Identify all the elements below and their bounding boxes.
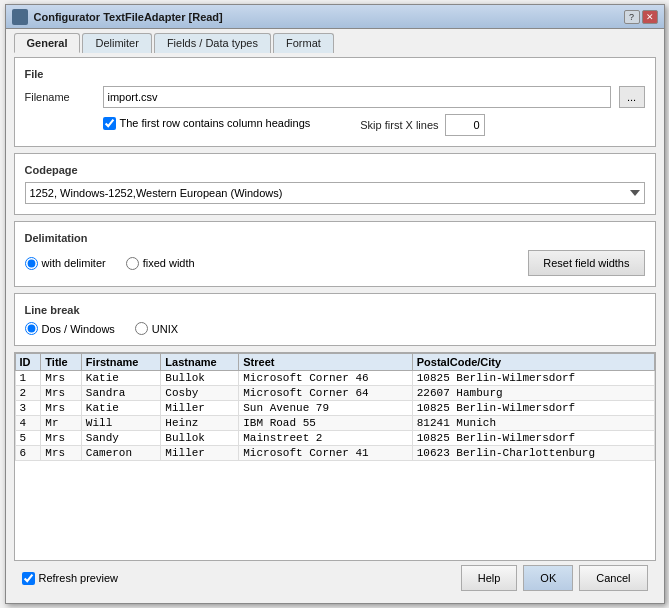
table-cell: Mrs — [41, 386, 82, 401]
tab-fields[interactable]: Fields / Data types — [154, 33, 271, 53]
table-cell: Sandy — [81, 431, 160, 446]
codepage-label: Codepage — [25, 164, 645, 176]
file-label: File — [25, 68, 645, 80]
tab-delimiter[interactable]: Delimiter — [82, 33, 151, 53]
help-button[interactable]: Help — [461, 565, 518, 591]
skip-label: Skip first X lines — [360, 119, 438, 131]
bottom-bar: Refresh preview Help OK Cancel — [14, 561, 656, 595]
main-panel: File Filename ... The first row contains… — [6, 53, 664, 603]
close-title-btn[interactable]: ✕ — [642, 10, 658, 24]
filename-row: Filename ... — [25, 86, 645, 108]
table-cell: Miller — [161, 446, 239, 461]
table-cell: Mrs — [41, 401, 82, 416]
table-cell: IBM Road 55 — [239, 416, 413, 431]
unix-text: UNIX — [152, 323, 178, 335]
unix-label[interactable]: UNIX — [135, 322, 178, 335]
with-delimiter-text: with delimiter — [42, 257, 106, 269]
table-cell: 1 — [15, 371, 41, 386]
table-row: 3MrsKatieMillerSun Avenue 7910825 Berlin… — [15, 401, 654, 416]
fixed-width-text: fixed width — [143, 257, 195, 269]
codepage-section: Codepage 1252, Windows-1252,Western Euro… — [14, 153, 656, 215]
table-cell: 6 — [15, 446, 41, 461]
help-title-btn[interactable]: ? — [624, 10, 640, 24]
table-cell: Mainstreet 2 — [239, 431, 413, 446]
delimiter-radio-group: with delimiter fixed width — [25, 257, 529, 270]
dos-windows-label[interactable]: Dos / Windows — [25, 322, 115, 335]
table-cell: Microsoft Corner 64 — [239, 386, 413, 401]
first-row-row: The first row contains column headings — [103, 117, 311, 130]
table-cell: Miller — [161, 401, 239, 416]
table-row: 2MrsSandraCosbyMicrosoft Corner 6422607 … — [15, 386, 654, 401]
table-cell: 10825 Berlin-Wilmersdorf — [412, 401, 654, 416]
table-cell: 10825 Berlin-Wilmersdorf — [412, 371, 654, 386]
linebreak-label: Line break — [25, 304, 645, 316]
table-cell: 10623 Berlin-Charlottenburg — [412, 446, 654, 461]
table-row: 6MrsCameronMillerMicrosoft Corner 411062… — [15, 446, 654, 461]
refresh-row: Refresh preview — [22, 572, 453, 585]
app-icon — [12, 9, 28, 25]
preview-table: ID Title Firstname Lastname Street Posta… — [15, 353, 655, 461]
table-cell: Katie — [81, 401, 160, 416]
fixed-width-radio[interactable] — [126, 257, 139, 270]
table-cell: Katie — [81, 371, 160, 386]
col-lastname: Lastname — [161, 354, 239, 371]
table-cell: Will — [81, 416, 160, 431]
table-cell: Cosby — [161, 386, 239, 401]
browse-button[interactable]: ... — [619, 86, 645, 108]
main-window: Configurator TextFileAdapter [Read] ? ✕ … — [5, 4, 665, 604]
refresh-preview-checkbox[interactable] — [22, 572, 35, 585]
table-row: 4MrWillHeinzIBM Road 5581241 Munich — [15, 416, 654, 431]
table-cell: Bullok — [161, 371, 239, 386]
table-cell: Heinz — [161, 416, 239, 431]
with-delimiter-radio[interactable] — [25, 257, 38, 270]
table-cell: Mrs — [41, 431, 82, 446]
title-bar: Configurator TextFileAdapter [Read] ? ✕ — [6, 5, 664, 29]
table-cell: Mr — [41, 416, 82, 431]
skip-input[interactable] — [445, 114, 485, 136]
first-row-checkbox[interactable] — [103, 117, 116, 130]
filename-input[interactable] — [103, 86, 611, 108]
table-cell: Sandra — [81, 386, 160, 401]
col-postalcity: PostalCode/City — [412, 354, 654, 371]
fixed-width-label[interactable]: fixed width — [126, 257, 195, 270]
tab-format[interactable]: Format — [273, 33, 334, 53]
table-cell: Mrs — [41, 371, 82, 386]
preview-table-scroll[interactable]: ID Title Firstname Lastname Street Posta… — [15, 353, 655, 560]
tab-general[interactable]: General — [14, 33, 81, 53]
preview-table-area: ID Title Firstname Lastname Street Posta… — [14, 352, 656, 561]
title-bar-buttons: ? ✕ — [624, 10, 658, 24]
table-cell: 22607 Hamburg — [412, 386, 654, 401]
delimiter-row: with delimiter fixed width Reset field w… — [25, 250, 645, 276]
table-cell: Microsoft Corner 46 — [239, 371, 413, 386]
with-delimiter-label[interactable]: with delimiter — [25, 257, 106, 270]
table-row: 1MrsKatieBullokMicrosoft Corner 4610825 … — [15, 371, 654, 386]
first-row-label: The first row contains column headings — [120, 117, 311, 129]
unix-radio[interactable] — [135, 322, 148, 335]
table-cell: Microsoft Corner 41 — [239, 446, 413, 461]
delimitation-section: Delimitation with delimiter fixed width … — [14, 221, 656, 287]
table-cell: 3 — [15, 401, 41, 416]
refresh-preview-label: Refresh preview — [39, 572, 118, 584]
table-cell: Cameron — [81, 446, 160, 461]
col-title: Title — [41, 354, 82, 371]
col-firstname: Firstname — [81, 354, 160, 371]
filename-label: Filename — [25, 91, 95, 103]
ok-button[interactable]: OK — [523, 565, 573, 591]
tab-bar: General Delimiter Fields / Data types Fo… — [6, 29, 664, 53]
col-street: Street — [239, 354, 413, 371]
col-id: ID — [15, 354, 41, 371]
table-cell: 5 — [15, 431, 41, 446]
table-cell: 4 — [15, 416, 41, 431]
dos-windows-radio[interactable] — [25, 322, 38, 335]
file-section: File Filename ... The first row contains… — [14, 57, 656, 147]
table-row: 5MrsSandyBullokMainstreet 210825 Berlin-… — [15, 431, 654, 446]
table-cell: Sun Avenue 79 — [239, 401, 413, 416]
reset-field-widths-button[interactable]: Reset field widths — [528, 250, 644, 276]
table-cell: 81241 Munich — [412, 416, 654, 431]
linebreak-section: Line break Dos / Windows UNIX — [14, 293, 656, 346]
linebreak-radio-group: Dos / Windows UNIX — [25, 322, 645, 335]
cancel-button[interactable]: Cancel — [579, 565, 647, 591]
action-buttons: Help OK Cancel — [461, 565, 648, 591]
codepage-select[interactable]: 1252, Windows-1252,Western European (Win… — [25, 182, 645, 204]
skip-row: Skip first X lines — [360, 114, 484, 136]
